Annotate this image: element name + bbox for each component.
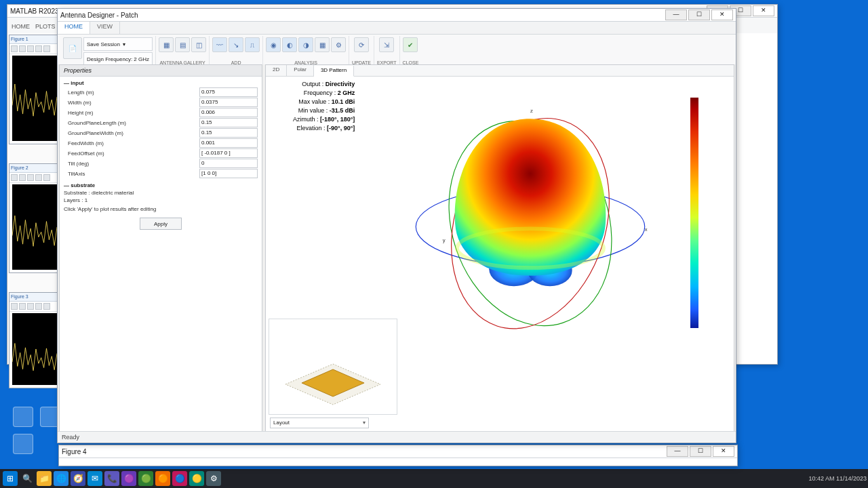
design-frequency-field[interactable]: Design Frequency: 2 GHz (83, 52, 153, 66)
tab-home[interactable]: HOME (58, 22, 90, 34)
prop-label: GroundPlaneLength (m) (64, 120, 199, 126)
az-pattern-button[interactable]: ◐ (282, 37, 297, 52)
plot-tab-polar[interactable]: Polar (287, 65, 314, 76)
start-button[interactable]: ⊞ (3, 471, 18, 486)
properties-title: Properties (60, 65, 262, 77)
close-button[interactable]: ✕ (753, 5, 774, 16)
close-button[interactable]: ✕ (713, 446, 734, 457)
maximize-button[interactable]: ☐ (688, 9, 710, 20)
taskbar-explorer[interactable]: 📁 (37, 471, 52, 486)
prop-label: Length (m) (64, 89, 199, 96)
prop-value-input[interactable]: 0.075 (199, 87, 258, 97)
gallery-icon[interactable]: ▦ (159, 37, 174, 52)
taskbar-app[interactable]: 🟢 (138, 471, 153, 486)
figure-title: Figure 1 (9, 35, 61, 44)
prop-section: — substrate (64, 182, 258, 188)
ribbon-group-gallery: ▦ ▤ ◫ ANTENNA GALLERY (156, 36, 210, 66)
ribbon-group-analysis: ◉ ◐ ◑ ▦ ⚙ ANALYSIS (263, 36, 349, 66)
save-session-dropdown[interactable]: Save Session ▾ (83, 37, 153, 51)
docked-figure[interactable]: Figure 2 (9, 163, 62, 273)
matlab-left-dock: Figure 1 Figure 2 Figure 3 (7, 33, 62, 364)
figure-toolbar[interactable] (9, 173, 61, 183)
ribbon-group-add: 〰 ↘ ⎍ ADD (210, 36, 263, 66)
tab-view[interactable]: VIEW (90, 22, 120, 34)
current-button[interactable]: ⎍ (245, 37, 260, 52)
prop-value-input[interactable]: 0.0375 (199, 98, 258, 107)
geometry-layout-select[interactable]: Layout (270, 418, 369, 428)
settings-button[interactable]: ⚙ (331, 37, 346, 52)
plot-panel: 2D Polar 3D Pattern Output : Directivity… (265, 64, 734, 432)
minimize-button[interactable]: — (667, 446, 688, 457)
prop-label: Tilt (deg) (64, 161, 199, 167)
prop-subtext: Layers : 1 (64, 197, 258, 203)
designer-titlebar[interactable]: Antenna Designer - Patch — ☐ ✕ (58, 9, 736, 22)
system-tray[interactable]: 10:42 AM 11/14/2023 (808, 475, 868, 482)
maximize-button[interactable]: ☐ (690, 446, 711, 457)
gallery-icon[interactable]: ◫ (191, 37, 206, 52)
prop-subtext: Substrate : dielectric material (64, 190, 258, 196)
mini-plot (12, 313, 58, 385)
prop-value-input[interactable]: 0.15 (199, 128, 258, 138)
taskbar-edge[interactable]: 🌐 (54, 471, 68, 486)
new-session-button[interactable]: 📄 (63, 37, 82, 59)
toolstrip-tab[interactable]: HOME (12, 23, 30, 30)
geometry-thumbnail[interactable] (269, 319, 397, 415)
pattern-3d-button[interactable]: ◉ (266, 37, 281, 52)
figure-window[interactable]: Figure 4 — ☐ ✕ (58, 445, 738, 466)
prop-label: FeedWidth (m) (64, 140, 199, 146)
taskbar-app[interactable]: ⚙ (206, 471, 221, 486)
figure-title: Figure 4 (62, 448, 667, 455)
designer-statusbar: Ready (58, 431, 736, 443)
desktop-shortcut[interactable] (11, 407, 35, 428)
taskbar-app[interactable]: 🟡 (189, 471, 204, 486)
prop-value-input[interactable]: 0.006 (199, 108, 258, 117)
designer-tabs: HOME VIEW (58, 22, 736, 35)
export-button[interactable]: ⇲ (379, 37, 394, 52)
taskbar-app[interactable]: 🧭 (71, 471, 85, 486)
ribbon-group-file: 📄 Save Session ▾ Design Frequency: 2 GHz… (60, 36, 156, 66)
taskbar-app[interactable]: 🔵 (172, 471, 187, 486)
prop-label: GroundPlaneWidth (m) (64, 130, 199, 136)
figure-toolbar[interactable] (9, 302, 61, 312)
prop-label: FeedOffset (m) (64, 150, 199, 157)
gallery-icon[interactable]: ▤ (175, 37, 190, 52)
docked-figure[interactable]: Figure 1 (9, 35, 62, 144)
minimize-button[interactable]: — (665, 9, 687, 20)
taskbar-teams[interactable]: 📞 (104, 471, 119, 486)
prop-value-input[interactable]: 0.001 (199, 138, 258, 148)
close-button[interactable]: ✕ (711, 9, 733, 20)
ribbon-group-close: ✔ CLOSE (400, 36, 422, 66)
taskbar-app[interactable]: 🟣 (121, 471, 136, 486)
toolstrip-tab[interactable]: PLOTS (35, 23, 56, 30)
apply-button[interactable]: Apply (140, 218, 182, 230)
el-pattern-button[interactable]: ◑ (298, 37, 313, 52)
svg-text:z: z (530, 108, 533, 114)
ribbon-group-export: ⇲ EXPORT (374, 36, 400, 66)
prop-value-input[interactable]: 0 (199, 159, 258, 168)
update-plots-button[interactable]: ⟳ (354, 37, 369, 52)
figure-title: Figure 2 (9, 164, 61, 173)
mini-plot (12, 184, 58, 270)
pattern-3d-plot[interactable]: Output : Directivity Frequency : 2 GHz M… (266, 77, 734, 297)
figure-toolbar[interactable] (9, 44, 61, 54)
prop-value-input[interactable]: [ -0.0187 0 ] (199, 148, 258, 158)
sparam-button[interactable]: ↘ (229, 37, 243, 52)
prop-label: TiltAxis (64, 171, 199, 177)
windows-taskbar[interactable]: ⊞ 🔍 📁 🌐 🧭 ✉ 📞 🟣 🟢 🟠 🔵 🟡 ⚙ 10:42 AM 11/14… (0, 469, 868, 488)
desktop-shortcut[interactable] (11, 434, 35, 455)
prop-value-input[interactable]: 0.15 (199, 118, 258, 127)
prop-label: Height (m) (64, 110, 199, 116)
figure-title: Figure 3 (9, 293, 61, 302)
prop-value-input[interactable]: [1 0 0] (199, 169, 258, 178)
docked-figure[interactable]: Figure 3 (9, 292, 62, 388)
ribbon-group-update: ⟳ UPDATE (349, 36, 374, 66)
taskbar-search[interactable]: 🔍 (20, 471, 35, 486)
taskbar-app[interactable]: ✉ (87, 471, 102, 486)
svg-text:x: x (645, 226, 648, 232)
impedance-button[interactable]: 〰 (212, 37, 227, 52)
mesh-button[interactable]: ▦ (315, 37, 330, 52)
taskbar-app[interactable]: 🟠 (155, 471, 170, 486)
accept-close-button[interactable]: ✔ (403, 37, 418, 52)
plot-tab-2d[interactable]: 2D (266, 65, 287, 76)
prop-label: Width (m) (64, 100, 199, 106)
